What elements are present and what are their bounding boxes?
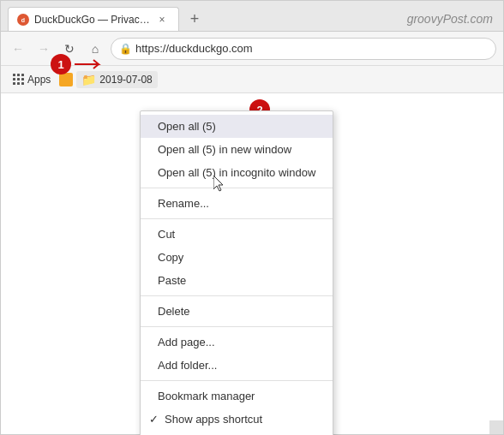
menu-item-rename[interactable]: Rename... [141,192,333,215]
menu-item-delete[interactable]: Delete [141,300,333,323]
tab-favicon: d [17,14,29,26]
active-tab[interactable]: d DuckDuckGo — Privacy, simplifie... × [8,7,179,31]
groovy-post-logo: groovyPost.com [407,12,493,26]
resize-handle[interactable] [489,420,503,434]
menu-separator-1 [141,188,333,188]
menu-item-cut[interactable]: Cut [141,223,333,246]
menu-separator-4 [141,326,333,327]
content-area: Open all (5) Open all (5) in new window … [1,93,503,434]
annotation-arrow-1 [73,56,104,73]
tab-title: DuckDuckGo — Privacy, simplifie... [34,14,151,26]
menu-item-open-all-new-window[interactable]: Open all (5) in new window [141,138,333,161]
menu-item-show-bookmarks-bar[interactable]: ✓ Show bookmarks bar [141,431,333,435]
apps-button[interactable]: Apps [8,72,56,87]
menu-separator-3 [141,295,333,296]
menu-separator-2 [141,218,333,219]
menu-item-paste[interactable]: Paste [141,269,333,292]
menu-item-show-apps-shortcut[interactable]: ✓ Show apps shortcut [141,408,333,431]
annotation-badge-1: 1 [51,54,71,74]
menu-separator-5 [141,380,333,381]
menu-item-add-folder[interactable]: Add folder... [141,354,333,377]
bookmarks-bar: Apps 📁 2019-07-08 1 [1,66,503,93]
address-input[interactable] [111,38,496,60]
context-menu: Open all (5) Open all (5) in new window … [140,110,333,435]
menu-item-bookmark-manager[interactable]: Bookmark manager [141,384,333,408]
apps-label: Apps [27,74,51,86]
check-apps-shortcut: ✓ [149,413,159,426]
menu-item-open-all-incognito[interactable]: Open all (5) in incognito window [141,161,333,184]
folder-label: 2019-07-08 [99,74,152,86]
menu-item-open-all[interactable]: Open all (5) [141,115,333,138]
menu-item-add-page[interactable]: Add page... [141,331,333,354]
back-button[interactable]: ← [8,39,28,59]
tab-close-button[interactable]: × [156,14,168,26]
svg-text:d: d [21,17,25,23]
address-bar-wrapper: 🔒 [111,38,496,60]
lock-icon: 🔒 [119,43,132,55]
annotation-badge-1-group: 1 [51,54,104,74]
menu-item-copy[interactable]: Copy [141,246,333,269]
new-tab-button[interactable]: + [183,7,207,31]
apps-grid-icon [13,74,24,85]
tab-bar: d DuckDuckGo — Privacy, simplifie... × +… [1,1,503,32]
browser-window: d DuckDuckGo — Privacy, simplifie... × +… [0,0,504,435]
